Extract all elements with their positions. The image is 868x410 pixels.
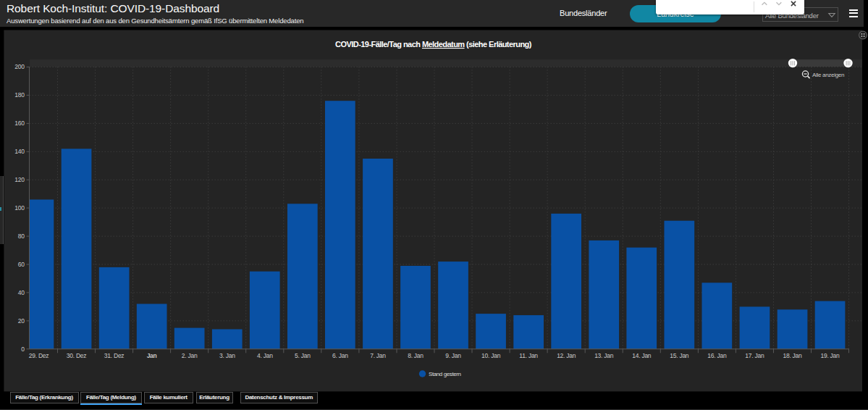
svg-text:4. Jan: 4. Jan xyxy=(257,352,273,359)
svg-text:6. Jan: 6. Jan xyxy=(332,352,348,359)
svg-text:16. Jan: 16. Jan xyxy=(707,352,727,359)
svg-text:10. Jan: 10. Jan xyxy=(481,352,501,359)
svg-text:14. Jan: 14. Jan xyxy=(632,352,652,359)
svg-text:0: 0 xyxy=(21,346,25,353)
svg-text:Stand gestern: Stand gestern xyxy=(429,371,461,377)
svg-text:31. Dez: 31. Dez xyxy=(104,352,125,359)
svg-text:19. Jan: 19. Jan xyxy=(820,352,840,359)
svg-text:17. Jan: 17. Jan xyxy=(745,352,764,359)
svg-text:12. Jan: 12. Jan xyxy=(557,352,576,359)
svg-text:3. Jan: 3. Jan xyxy=(219,352,235,359)
svg-text:180: 180 xyxy=(14,91,25,99)
svg-text:8. Jan: 8. Jan xyxy=(408,352,424,359)
svg-text:40: 40 xyxy=(18,289,25,296)
svg-text:7. Jan: 7. Jan xyxy=(370,352,386,359)
svg-text:200: 200 xyxy=(14,63,25,70)
svg-text:15. Jan: 15. Jan xyxy=(670,352,689,359)
svg-text:29. Dez: 29. Dez xyxy=(29,352,49,359)
svg-text:160: 160 xyxy=(14,120,25,127)
svg-text:60: 60 xyxy=(18,261,25,268)
svg-text:Alle anzeigen: Alle anzeigen xyxy=(812,72,844,78)
svg-text:2. Jan: 2. Jan xyxy=(182,352,198,359)
svg-text:140: 140 xyxy=(14,148,25,155)
svg-text:9. Jan: 9. Jan xyxy=(445,352,461,359)
svg-text:Jan: Jan xyxy=(147,352,157,359)
svg-text:COVID-19-Fälle/Tag nach Melded: COVID-19-Fälle/Tag nach Meldedatum (sieh… xyxy=(335,40,532,49)
svg-text:80: 80 xyxy=(18,233,25,240)
svg-text:13. Jan: 13. Jan xyxy=(594,352,614,359)
svg-text:18. Jan: 18. Jan xyxy=(783,352,802,359)
svg-text:30. Dez: 30. Dez xyxy=(67,352,87,359)
svg-text:5. Jan: 5. Jan xyxy=(295,352,311,359)
svg-text:100: 100 xyxy=(14,204,25,212)
svg-text:120: 120 xyxy=(14,176,25,183)
svg-text:20: 20 xyxy=(18,317,25,325)
svg-text:11. Jan: 11. Jan xyxy=(519,352,538,359)
